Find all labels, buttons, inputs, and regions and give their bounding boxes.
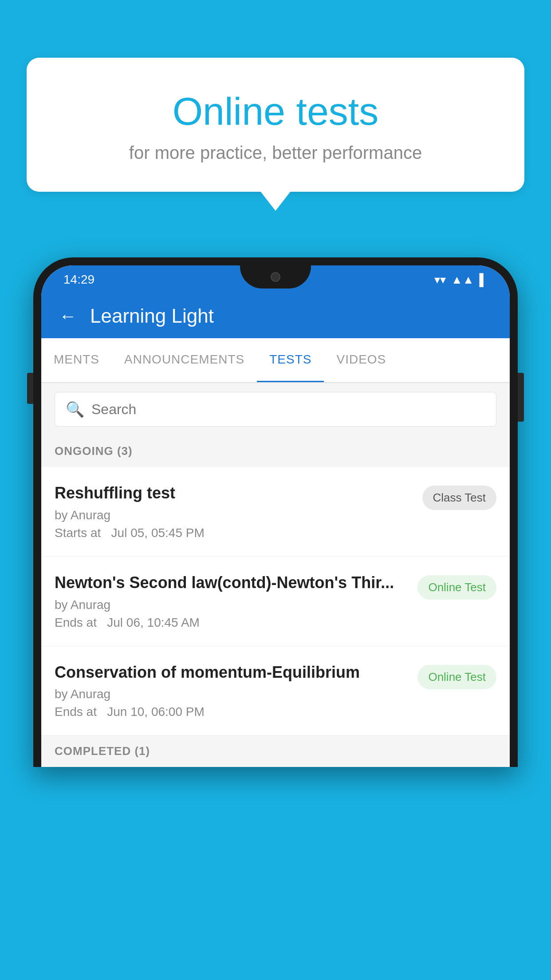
test-time-2: Ends at Jul 06, 10:45 AM	[55, 616, 409, 630]
signal-icon: ▲▲	[451, 273, 474, 287]
phone-wrapper: 14:29 ▾▾ ▲▲ ▌ ← Learning Light MENTS ANN…	[33, 257, 518, 980]
phone-screen: 14:29 ▾▾ ▲▲ ▌ ← Learning Light MENTS ANN…	[41, 265, 510, 767]
ongoing-section-header: ONGOING (3)	[41, 435, 510, 467]
camera	[271, 272, 280, 282]
bubble-title: Online tests	[53, 89, 498, 134]
bubble-subtitle: for more practice, better performance	[53, 143, 498, 163]
search-container: 🔍	[41, 383, 510, 435]
test-author-2: by Anurag	[55, 598, 409, 612]
speech-bubble-arrow	[260, 191, 291, 211]
test-badge-3: Online Test	[417, 665, 496, 689]
test-time-value-1: Jul 05, 05:45 PM	[111, 526, 205, 540]
completed-section-header: COMPLETED (1)	[41, 735, 510, 767]
status-icons: ▾▾ ▲▲ ▌	[434, 273, 488, 287]
test-info-1: Reshuffling test by Anurag Starts at Jul…	[55, 483, 422, 540]
status-time: 14:29	[63, 273, 94, 287]
test-badge-1: Class Test	[422, 486, 496, 510]
notch	[240, 265, 311, 288]
test-time-3: Ends at Jun 10, 06:00 PM	[55, 705, 409, 719]
speech-bubble-wrapper: Online tests for more practice, better p…	[27, 58, 524, 211]
test-author-3: by Anurag	[55, 687, 409, 701]
test-time-label-1: Starts at	[55, 526, 101, 540]
speech-bubble: Online tests for more practice, better p…	[27, 58, 524, 192]
test-time-value-3: Jun 10, 06:00 PM	[107, 705, 204, 719]
tab-ments[interactable]: MENTS	[41, 338, 112, 382]
test-name-3: Conservation of momentum-Equilibrium	[55, 662, 409, 683]
tab-videos[interactable]: VIDEOS	[324, 338, 398, 382]
app-header-title: Learning Light	[90, 305, 214, 327]
search-input[interactable]	[91, 401, 485, 418]
test-info-3: Conservation of momentum-Equilibrium by …	[55, 662, 417, 719]
app-header: ← Learning Light	[41, 294, 510, 338]
test-item-3[interactable]: Conservation of momentum-Equilibrium by …	[41, 646, 510, 736]
phone-outer: 14:29 ▾▾ ▲▲ ▌ ← Learning Light MENTS ANN…	[33, 257, 518, 767]
back-button[interactable]: ←	[59, 306, 77, 326]
test-time-label-2: Ends at	[55, 616, 97, 629]
test-time-value-2: Jul 06, 10:45 AM	[107, 616, 200, 629]
test-item[interactable]: Reshuffling test by Anurag Starts at Jul…	[41, 467, 510, 557]
tab-announcements[interactable]: ANNOUNCEMENTS	[112, 338, 257, 382]
tabs-container: MENTS ANNOUNCEMENTS TESTS VIDEOS	[41, 338, 510, 383]
test-item-2[interactable]: Newton's Second law(contd)-Newton's Thir…	[41, 557, 510, 646]
test-badge-2: Online Test	[417, 575, 496, 600]
status-bar: 14:29 ▾▾ ▲▲ ▌	[41, 265, 510, 294]
test-time-1: Starts at Jul 05, 05:45 PM	[55, 526, 413, 540]
battery-icon: ▌	[480, 273, 488, 287]
test-time-label-3: Ends at	[55, 705, 97, 719]
tab-tests[interactable]: TESTS	[257, 338, 324, 382]
test-name-2: Newton's Second law(contd)-Newton's Thir…	[55, 573, 409, 593]
test-list: Reshuffling test by Anurag Starts at Jul…	[41, 467, 510, 735]
search-icon: 🔍	[66, 400, 84, 418]
test-info-2: Newton's Second law(contd)-Newton's Thir…	[55, 573, 417, 630]
wifi-icon: ▾▾	[434, 273, 446, 287]
test-author-1: by Anurag	[55, 508, 413, 522]
search-wrapper: 🔍	[55, 392, 496, 427]
test-name-1: Reshuffling test	[55, 483, 413, 504]
